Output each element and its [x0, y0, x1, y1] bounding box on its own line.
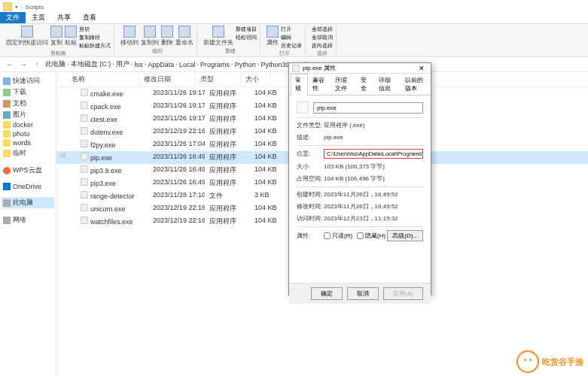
header-name: 名称	[56, 72, 139, 86]
tab-compat[interactable]: 兼容性	[308, 74, 330, 95]
group-select: 选择	[317, 50, 328, 57]
nav-onedrive[interactable]: OneDrive	[2, 182, 54, 191]
ondisk-value: 104 KB (106,496 字节)	[324, 174, 423, 183]
header-type: 类型	[196, 72, 241, 86]
properties-dialog: pip.exe 属性 ✕ 常规 兼容性 压缩文件 安全 详细信息 以前的版本 p…	[288, 62, 431, 296]
moveto-button[interactable]: 移动到	[120, 26, 139, 47]
breadcrumb-item[interactable]: 本地磁盘 (C:)	[71, 59, 111, 69]
breadcrumb-item[interactable]: Programs	[200, 61, 230, 68]
app-icon	[292, 65, 300, 72]
nav-photo[interactable]: photo	[2, 129, 54, 138]
copyto-button[interactable]: 复制到	[141, 26, 159, 47]
breadcrumb-item[interactable]: Python	[235, 61, 256, 68]
tab-file[interactable]: 文件	[0, 12, 26, 23]
navigation-pane: 快速访问 下载 文档 图片 docker photo words 临时 WPS云…	[0, 72, 56, 376]
selectall-button[interactable]: 全部选择	[312, 26, 333, 33]
tab-previous[interactable]: 以前的版本	[401, 74, 431, 95]
tab-view[interactable]: 查看	[77, 12, 102, 23]
header-size: 大小	[241, 72, 271, 86]
nav-network[interactable]: 网络	[2, 214, 54, 226]
dialog-title: pip.exe 属性	[303, 64, 416, 72]
accessed-label: 访问时间:	[297, 214, 324, 223]
location-value: C:\Users\lss\AppData\Local\Programs\Pyth…	[324, 149, 423, 159]
properties-button[interactable]: 属性	[267, 26, 279, 50]
nav-quick-access[interactable]: 快速访问	[2, 75, 54, 86]
breadcrumb-item[interactable]: Local	[179, 61, 196, 68]
window-title: Scripts	[26, 4, 44, 11]
filename-input[interactable]: pip.exe	[313, 102, 423, 114]
ok-button[interactable]: 确定	[311, 287, 343, 300]
group-clipboard: 剪贴板	[50, 50, 66, 57]
size-label: 大小:	[297, 162, 324, 171]
tab-compress[interactable]: 压缩文件	[331, 74, 357, 95]
location-label: 位置:	[297, 150, 324, 158]
edit-button[interactable]: 编辑	[281, 34, 302, 41]
tab-details[interactable]: 详细信息	[374, 74, 401, 95]
breadcrumb-item[interactable]: Python39	[260, 61, 289, 68]
readonly-checkbox[interactable]: 只读(R)	[324, 232, 352, 240]
desc-value: pip.exe	[324, 134, 423, 141]
up-button[interactable]: ↑	[32, 59, 42, 70]
copypath-button[interactable]: 复制路径	[79, 34, 111, 41]
tab-share[interactable]: 共享	[51, 12, 77, 23]
created-label: 创建时间:	[297, 190, 324, 199]
desc-label: 描述:	[297, 133, 324, 141]
copy-button[interactable]: 复制	[50, 26, 62, 50]
nav-temp[interactable]: 临时	[2, 147, 54, 159]
watermark-text: 吃货谷手游	[542, 356, 583, 368]
invertselection-button[interactable]: 反向选择	[312, 42, 333, 50]
newitem-button[interactable]: 新建项目	[236, 26, 257, 33]
breadcrumb-item[interactable]: 用户	[116, 59, 129, 69]
accessed-value: 2023年12月23日，11:15:32	[324, 214, 423, 223]
header-date: 修改日期	[139, 72, 196, 86]
group-new: 新建	[225, 47, 236, 55]
newfolder-button[interactable]: 新建文件夹	[203, 26, 233, 47]
file-icon	[297, 102, 309, 114]
cancel-button[interactable]: 取消	[347, 287, 379, 300]
breadcrumb-item[interactable]: 此电脑	[45, 59, 66, 69]
group-organize: 组织	[152, 47, 163, 55]
modified-value: 2023年11月26日，16:49:52	[324, 202, 423, 211]
easyaccess-button[interactable]: 轻松访问	[236, 34, 257, 41]
size-value: 103 KB (106,373 字节)	[324, 162, 423, 171]
nav-words[interactable]: words	[2, 138, 54, 147]
tab-general[interactable]: 常规	[291, 74, 308, 96]
nav-wps[interactable]: WPS云盘	[2, 165, 54, 176]
ondisk-label: 占用空间:	[297, 174, 324, 183]
breadcrumb[interactable]: 此电脑›本地磁盘 (C:)›用户›lss›AppData›Local›Progr…	[45, 59, 315, 69]
nav-pictures[interactable]: 图片	[2, 109, 54, 120]
forward-button[interactable]: →	[18, 59, 29, 70]
pasteshortcut-button[interactable]: 粘贴快捷方式	[79, 42, 111, 50]
ribbon-tabs: 文件 主页 共享 查看	[0, 14, 588, 24]
open-button[interactable]: 打开	[281, 26, 302, 33]
modified-label: 修改时间:	[297, 202, 324, 211]
selectnone-button[interactable]: 全部取消	[312, 34, 333, 41]
tab-home[interactable]: 主页	[26, 12, 51, 23]
created-value: 2023年11月26日，16:49:52	[324, 190, 423, 199]
breadcrumb-item[interactable]: lss	[135, 61, 143, 68]
rename-button[interactable]: 重命名	[175, 26, 193, 47]
paste-button[interactable]: 粘贴	[65, 26, 77, 50]
group-open: 打开	[279, 50, 290, 57]
breadcrumb-item[interactable]: AppData	[148, 61, 174, 68]
cut-button[interactable]: 剪切	[79, 26, 111, 33]
nav-docker[interactable]: docker	[2, 120, 54, 129]
nav-documents[interactable]: 文档	[2, 98, 54, 109]
separator: |	[20, 3, 22, 11]
nav-thispc[interactable]: 此电脑	[2, 197, 54, 208]
delete-button[interactable]: 删除	[161, 26, 173, 47]
advanced-button[interactable]: 高级(D)...	[387, 230, 423, 241]
nav-downloads[interactable]: 下载	[2, 86, 54, 98]
filetype-value: 应用程序 (.exe)	[324, 121, 423, 129]
quick-access-pin-icon[interactable]: ▪	[15, 3, 17, 11]
ribbon: 固定到快速访问 复制 粘贴 剪切 复制路径 粘贴快捷方式 剪贴板 移动到 复制到…	[0, 24, 588, 57]
pin-button[interactable]: 固定到快速访问	[6, 26, 48, 50]
apply-button[interactable]: 应用(A)	[383, 287, 423, 300]
back-button[interactable]: ←	[5, 59, 15, 70]
history-button[interactable]: 历史记录	[281, 42, 302, 50]
filetype-label: 文件类型:	[297, 121, 324, 129]
tab-security[interactable]: 安全	[356, 74, 373, 95]
hidden-checkbox[interactable]: 隐藏(H)	[357, 232, 385, 240]
close-button[interactable]: ✕	[416, 65, 428, 72]
folder-icon	[3, 2, 12, 11]
